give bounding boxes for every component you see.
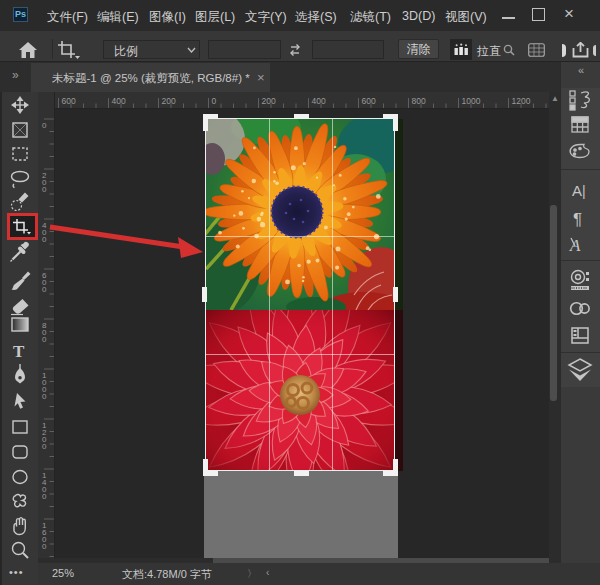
svg-text:0: 0	[42, 442, 47, 451]
svg-text:0: 0	[42, 185, 47, 194]
svg-text:200: 200	[262, 96, 276, 106]
svg-text:800: 800	[412, 96, 426, 106]
svg-text:1200: 1200	[512, 96, 531, 106]
svg-text:0: 0	[212, 96, 217, 106]
svg-text:1000: 1000	[462, 96, 481, 106]
svg-text:600: 600	[362, 96, 376, 106]
svg-text:A|: A|	[572, 182, 586, 199]
svg-text:T: T	[13, 342, 25, 361]
svg-text:400: 400	[312, 96, 326, 106]
svg-text:¶: ¶	[573, 210, 582, 229]
svg-text:0: 0	[42, 285, 47, 294]
svg-text:0: 0	[42, 492, 47, 501]
svg-text:0: 0	[42, 542, 47, 551]
svg-text:0: 0	[42, 392, 47, 401]
svg-text:200: 200	[162, 96, 176, 106]
svg-text:0: 0	[42, 121, 47, 130]
svg-text:0: 0	[42, 335, 47, 344]
svg-text:400: 400	[112, 96, 126, 106]
svg-text:600: 600	[62, 96, 76, 106]
